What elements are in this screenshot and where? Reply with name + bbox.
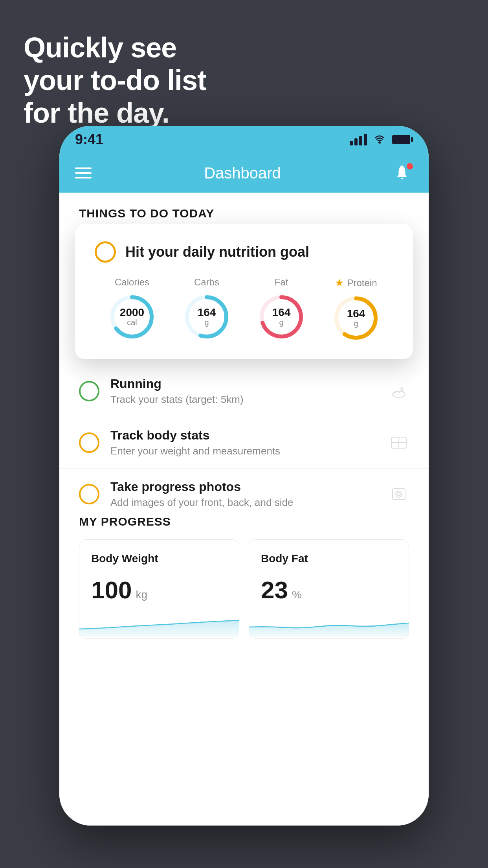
running-icon	[389, 381, 409, 401]
body-weight-value: 100	[91, 576, 132, 604]
body-fat-card[interactable]: Body Fat 23 %	[249, 539, 409, 639]
nutrition-card[interactable]: Hit your daily nutrition goal Calories 2…	[75, 224, 413, 359]
progress-section: MY PROGRESS Body Weight 100 kg	[59, 515, 429, 639]
notification-dot	[407, 163, 413, 169]
calories-value: 2000	[120, 307, 144, 318]
macro-fat: Fat 164 g	[258, 277, 305, 340]
body-fat-value: 23	[261, 576, 288, 604]
svg-point-0	[379, 142, 380, 143]
fat-ring: 164 g	[258, 293, 305, 340]
svg-point-10	[401, 388, 403, 390]
macro-calories-label: Calories	[115, 277, 149, 288]
status-bar: 9:41	[59, 126, 429, 153]
nutrition-card-title: Hit your daily nutrition goal	[125, 244, 309, 260]
body-fat-title: Body Fat	[261, 552, 397, 565]
body-stats-subtitle: Enter your weight and measurements	[110, 445, 378, 457]
body-weight-title: Body Weight	[91, 552, 227, 565]
signal-icon	[350, 134, 367, 145]
progress-photos-check-circle	[79, 484, 99, 504]
carbs-unit: g	[198, 318, 216, 327]
running-subtitle: Track your stats (target: 5km)	[110, 394, 378, 406]
status-icons	[350, 134, 413, 145]
progress-photos-title: Take progress photos	[110, 480, 378, 494]
svg-point-15	[396, 491, 402, 497]
todo-body-stats[interactable]: Track body stats Enter your weight and m…	[59, 417, 429, 469]
body-fat-unit: %	[292, 588, 302, 601]
battery-icon	[392, 135, 413, 144]
todo-list: Running Track your stats (target: 5km) T…	[59, 366, 429, 520]
macro-protein: ★ Protein 164 g	[332, 277, 380, 342]
protein-ring: 164 g	[332, 294, 380, 342]
fat-unit: g	[272, 318, 291, 327]
macro-carbs: Carbs 164 g	[183, 277, 230, 340]
protein-value: 164	[347, 308, 365, 319]
svg-point-16	[397, 493, 400, 496]
body-fat-value-row: 23 %	[261, 576, 397, 604]
headline: Quickly see your to-do list for the day.	[24, 31, 206, 129]
todo-running[interactable]: Running Track your stats (target: 5km)	[59, 366, 429, 417]
nutrition-macros: Calories 2000 cal Carbs	[95, 277, 393, 342]
body-stats-check-circle	[79, 432, 99, 453]
macro-fat-label: Fat	[275, 277, 288, 288]
body-fat-chart	[249, 613, 409, 637]
macro-protein-label: ★ Protein	[335, 277, 377, 289]
running-text: Running Track your stats (target: 5km)	[110, 377, 378, 406]
carbs-ring: 164 g	[183, 293, 230, 340]
phone-frame: 9:41 Dashboard	[59, 126, 429, 826]
nutrition-check-circle	[95, 241, 116, 263]
phone-content: THINGS TO DO TODAY Hit your daily nutrit…	[59, 193, 429, 826]
hamburger-menu[interactable]	[75, 167, 92, 178]
carbs-value: 164	[198, 307, 216, 318]
nutrition-card-header: Hit your daily nutrition goal	[95, 241, 393, 263]
notification-bell[interactable]	[393, 163, 413, 183]
protein-unit: g	[347, 319, 365, 328]
wifi-icon	[372, 134, 387, 145]
body-stats-text: Track body stats Enter your weight and m…	[110, 428, 378, 457]
headline-line1: Quickly see	[24, 31, 206, 64]
body-weight-unit: kg	[136, 588, 147, 601]
body-stats-title: Track body stats	[110, 428, 378, 443]
body-stats-icon	[389, 432, 409, 453]
running-check-circle	[79, 381, 99, 401]
progress-photos-subtitle: Add images of your front, back, and side	[110, 497, 378, 509]
headline-line3: for the day.	[24, 97, 206, 129]
running-title: Running	[110, 377, 378, 391]
macro-carbs-label: Carbs	[194, 277, 219, 288]
star-icon: ★	[335, 277, 344, 289]
status-time: 9:41	[75, 131, 103, 148]
app-header: Dashboard	[59, 153, 429, 193]
progress-heading: MY PROGRESS	[79, 515, 409, 528]
progress-photos-text: Take progress photos Add images of your …	[110, 480, 378, 509]
svg-rect-14	[393, 489, 405, 500]
calories-ring: 2000 cal	[108, 293, 156, 340]
header-title: Dashboard	[204, 164, 281, 182]
todo-progress-photos[interactable]: Take progress photos Add images of your …	[59, 469, 429, 520]
body-weight-value-row: 100 kg	[91, 576, 227, 604]
body-weight-chart	[79, 613, 239, 637]
macro-calories: Calories 2000 cal	[108, 277, 156, 340]
progress-photos-icon	[389, 484, 409, 504]
headline-line2: your to-do list	[24, 64, 206, 97]
fat-value: 164	[272, 307, 291, 318]
calories-unit: cal	[120, 318, 144, 327]
progress-cards: Body Weight 100 kg	[79, 539, 409, 639]
body-weight-card[interactable]: Body Weight 100 kg	[79, 539, 239, 639]
